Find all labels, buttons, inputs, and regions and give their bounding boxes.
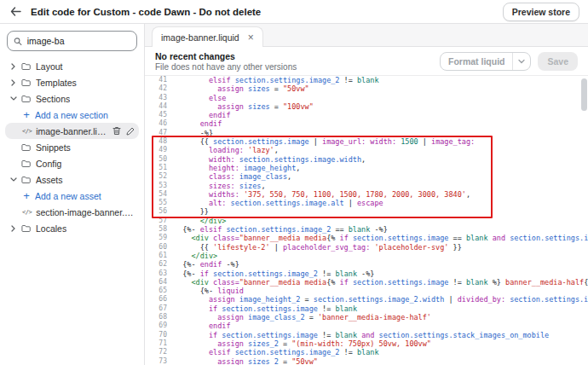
code-file-icon: </>: [22, 209, 32, 216]
format-liquid-label[interactable]: Format liquid: [441, 53, 513, 70]
code-line[interactable]: 69 endif: [145, 322, 588, 330]
code-line[interactable]: 42 assign sizes = "50vw": [145, 84, 588, 93]
folder-icon: [21, 224, 32, 233]
sidebar-item-label: section-image-banner.css: [36, 207, 135, 217]
save-button[interactable]: Save: [538, 52, 578, 71]
sidebar-item-image-banner-liquid[interactable]: </> image-banner.liquid: [5, 123, 139, 139]
folder-icon: [21, 95, 32, 103]
folder-icon: [21, 176, 32, 184]
code-line[interactable]: 57 </div>: [145, 217, 588, 225]
line-number: 58: [145, 225, 174, 234]
line-number: 57: [145, 217, 174, 225]
code-line[interactable]: 44 assign sizes = "100vw": [145, 102, 588, 111]
sidebar-item-label: Snippets: [36, 142, 71, 153]
search-input[interactable]: [27, 36, 130, 46]
delete-file-button[interactable]: [112, 126, 121, 136]
code-line[interactable]: 60 {{ 'lifestyle-2' | placeholder_svg_ta…: [145, 243, 588, 252]
folder-icon: [21, 78, 32, 87]
line-number: 73: [145, 357, 174, 365]
code-line[interactable]: 47 -%}: [145, 129, 588, 137]
plus-icon: +: [22, 111, 31, 119]
line-number: 47: [145, 129, 174, 137]
code-line[interactable]: 56 }}: [145, 207, 588, 216]
code-line[interactable]: 55 alt: section.settings.image.alt | esc…: [145, 199, 588, 207]
code-line[interactable]: 61 </div>: [145, 252, 588, 260]
code-line[interactable]: 51 height: image_height,: [145, 164, 588, 172]
format-liquid-button[interactable]: Format liquid: [440, 52, 532, 71]
line-number: 67: [145, 304, 174, 313]
editor-pane: image-banner.liquid × No recent changes …: [145, 24, 588, 365]
code-editor[interactable]: 41 elsif section.settings.image_2 != bla…: [145, 76, 588, 365]
add-new-asset-button[interactable]: + Add a new asset: [5, 188, 139, 204]
format-options-dropdown[interactable]: [512, 53, 530, 70]
sidebar-item-snippets[interactable]: Snippets: [5, 139, 139, 155]
chevron-down-icon: [9, 96, 17, 101]
code-line[interactable]: 63 {%- if section.settings.image_2 != bl…: [145, 269, 588, 278]
code-line[interactable]: 68 assign image_class_2 = 'banner__media…: [145, 313, 588, 322]
preview-store-button[interactable]: Preview store: [503, 3, 579, 21]
code-line[interactable]: 49 loading: 'lazy',: [145, 146, 588, 154]
sidebar-item-label: Locales: [36, 223, 66, 234]
line-number: 55: [145, 199, 174, 207]
sidebar-item-label: Add a new section: [35, 110, 108, 120]
sidebar-item-assets[interactable]: Assets: [5, 171, 139, 188]
scrollbar-thumb[interactable]: [581, 78, 587, 111]
folder-icon: [21, 159, 32, 168]
code-line[interactable]: 58 {%- elsif section.settings.image_2 ==…: [145, 225, 588, 234]
line-number: 65: [145, 287, 174, 295]
line-number: 51: [145, 164, 174, 172]
code-line[interactable]: 52 class: image_class,: [145, 172, 588, 181]
sidebar-item-label: Assets: [36, 175, 63, 185]
editor-actions: Format liquid Save: [440, 52, 578, 71]
code-line[interactable]: 48 {{ section.settings.image | image_url…: [145, 137, 588, 146]
pencil-icon: [127, 128, 134, 135]
back-button[interactable]: [9, 5, 22, 19]
sidebar-item-config[interactable]: Config: [5, 155, 139, 171]
close-tab-icon[interactable]: ×: [248, 33, 254, 42]
chevron-right-icon: [9, 79, 17, 86]
code-line[interactable]: 54 widths: '375, 550, 750, 1100, 1500, 1…: [145, 190, 588, 199]
sidebar-item-locales[interactable]: Locales: [5, 220, 139, 236]
line-number: 41: [145, 76, 174, 84]
code-line[interactable]: 65 {%- liquid: [145, 287, 588, 295]
file-sidebar: Layout Templates Sections + Add a new se…: [0, 24, 145, 365]
code-line[interactable]: 45 endif: [145, 111, 588, 119]
code-line[interactable]: 66 assign image_height_2 = section.setti…: [145, 295, 588, 304]
line-number: 70: [145, 331, 174, 339]
file-search-box[interactable]: [7, 31, 137, 51]
tab-image-banner-liquid[interactable]: image-banner.liquid ×: [152, 26, 263, 47]
code-line[interactable]: 62 {%- endif -%}: [145, 260, 588, 269]
line-number: 43: [145, 94, 174, 102]
folder-icon: [21, 143, 32, 152]
code-line[interactable]: 41 elsif section.settings.image_2 != bla…: [145, 76, 588, 84]
rename-file-button[interactable]: [126, 127, 135, 136]
file-row-actions: [112, 126, 135, 136]
code-line[interactable]: 59 <div class="banner__media media{% if …: [145, 234, 588, 242]
file-tree: Layout Templates Sections + Add a new se…: [0, 58, 144, 236]
sidebar-item-layout[interactable]: Layout: [5, 58, 139, 74]
code-line[interactable]: 67 if section.settings.image != blank: [145, 304, 588, 313]
folder-icon: [21, 62, 32, 71]
sidebar-item-templates[interactable]: Templates: [5, 74, 139, 90]
line-number: 66: [145, 295, 174, 304]
code-line[interactable]: 53 sizes: sizes,: [145, 182, 588, 190]
code-editor-window: Edit code for Custom - code Dawn - Do no…: [0, 0, 588, 365]
code-line[interactable]: 64 <div class="banner__media media{% if …: [145, 278, 588, 287]
code-line[interactable]: 73 assign sizes_2 = "50vw": [145, 357, 588, 365]
line-number: 53: [145, 182, 174, 190]
arrow-left-icon: [11, 8, 20, 15]
sidebar-item-section-image-banner-css[interactable]: </> section-image-banner.css: [5, 204, 139, 220]
code-line[interactable]: 71 assign sizes_2 = "(min-width: 750px) …: [145, 339, 588, 348]
code-line[interactable]: 70 if section.settings.image != blank an…: [145, 331, 588, 339]
code-line[interactable]: 46 endif: [145, 119, 588, 128]
code-line[interactable]: 43 else: [145, 94, 588, 102]
page-title: Edit code for Custom - code Dawn - Do no…: [31, 7, 261, 17]
line-number: 60: [145, 243, 174, 252]
line-number: 44: [145, 102, 174, 111]
sidebar-item-label: Config: [36, 159, 61, 169]
version-status-bar: No recent changes File does not have any…: [145, 47, 588, 76]
code-line[interactable]: 72 elsif section.settings.image_2 != bla…: [145, 348, 588, 356]
sidebar-item-sections[interactable]: Sections: [5, 90, 139, 107]
add-new-section-button[interactable]: + Add a new section: [5, 107, 139, 123]
code-line[interactable]: 50 width: section.settings.image.width,: [145, 155, 588, 164]
